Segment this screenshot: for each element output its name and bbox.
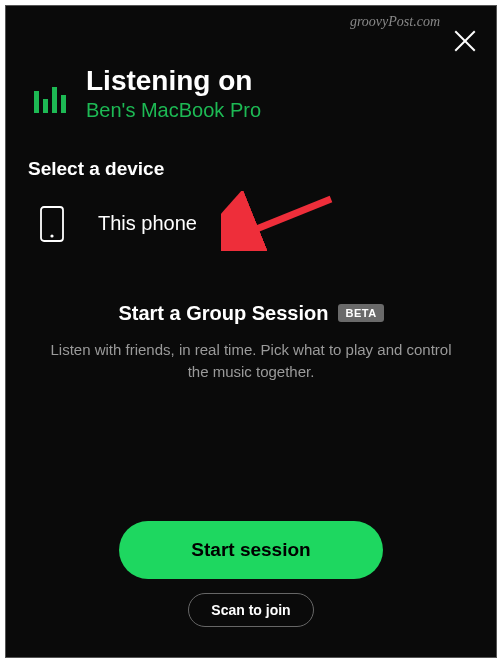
screenshot-frame: groovyPost.com Listening on Ben's MacBoo… bbox=[0, 0, 502, 663]
current-device-name: Ben's MacBook Pro bbox=[86, 99, 261, 122]
device-option-this-phone[interactable]: This phone bbox=[6, 180, 496, 242]
group-session-description: Listen with friends, in real time. Pick … bbox=[46, 339, 456, 384]
group-session-title: Start a Group Session bbox=[118, 302, 328, 325]
buttons-area: Start session Scan to join bbox=[6, 521, 496, 627]
device-picker-panel: groovyPost.com Listening on Ben's MacBoo… bbox=[5, 5, 497, 658]
now-playing-bars-icon bbox=[34, 85, 66, 113]
listening-title: Listening on bbox=[86, 66, 261, 97]
svg-point-3 bbox=[50, 234, 53, 237]
beta-badge: BETA bbox=[338, 304, 383, 322]
scan-to-join-button[interactable]: Scan to join bbox=[188, 593, 313, 627]
select-device-heading: Select a device bbox=[6, 122, 496, 180]
device-option-label: This phone bbox=[98, 212, 197, 235]
start-session-button[interactable]: Start session bbox=[119, 521, 382, 579]
close-icon bbox=[452, 28, 478, 54]
phone-icon bbox=[40, 206, 64, 242]
group-session-section: Start a Group Session BETA Listen with f… bbox=[6, 242, 496, 384]
close-button[interactable] bbox=[450, 26, 480, 56]
watermark-text: groovyPost.com bbox=[350, 14, 440, 30]
